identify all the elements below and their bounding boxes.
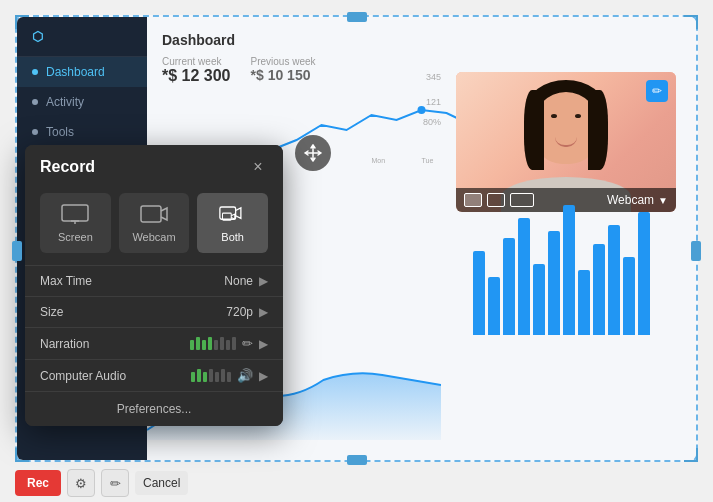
size-row: Size 720p ▶: [25, 296, 283, 327]
webcam-dropdown-icon[interactable]: ▼: [658, 195, 668, 206]
max-time-value: None: [224, 274, 253, 288]
settings-button[interactable]: ⚙: [67, 469, 95, 497]
rec-button[interactable]: Rec: [15, 470, 61, 496]
svg-rect-7: [141, 206, 161, 222]
vol-seg-4: [208, 337, 212, 350]
bar-5: [533, 264, 545, 336]
narration-label: Narration: [40, 337, 190, 351]
record-types: Screen Webcam: [25, 185, 283, 265]
vol-seg-8: [232, 337, 236, 350]
chart-label-121: 121: [426, 97, 441, 107]
vol-seg-1: [190, 340, 194, 350]
bar-6: [548, 231, 560, 335]
narration-arrow[interactable]: ▶: [259, 337, 268, 351]
audio-vol-4: [209, 369, 213, 382]
sidebar-logo: ⬡: [17, 17, 147, 57]
move-icon: [303, 143, 323, 163]
current-week-label: Current week: [162, 56, 231, 67]
side-handle-bottom[interactable]: [347, 455, 367, 465]
corner-handle-bl[interactable]: [15, 448, 29, 462]
svg-text:Mon: Mon: [372, 157, 386, 164]
bar-10: [608, 225, 620, 336]
size-value: 720p: [226, 305, 253, 319]
previous-week-label: Previous week: [251, 56, 316, 67]
record-type-webcam[interactable]: Webcam: [119, 193, 190, 253]
modal-title: Record: [40, 158, 95, 176]
max-time-arrow[interactable]: ▶: [259, 274, 268, 288]
corner-handle-tr[interactable]: [684, 15, 698, 29]
gear-icon: ⚙: [75, 476, 87, 491]
bar-1: [473, 251, 485, 336]
side-handle-top[interactable]: [347, 12, 367, 22]
sidebar-item-tools[interactable]: Tools: [17, 117, 147, 147]
record-type-both[interactable]: Both: [197, 193, 268, 253]
main-container: ⬡ Dashboard Activity Tools Analytics Hel…: [0, 0, 713, 502]
vol-seg-6: [220, 337, 224, 350]
max-time-label: Max Time: [40, 274, 224, 288]
bar-8: [578, 270, 590, 335]
max-time-row: Max Time None ▶: [25, 265, 283, 296]
webcam-type-label: Webcam: [132, 231, 175, 243]
audio-vol-5: [215, 372, 219, 382]
bar-9: [593, 244, 605, 335]
current-week-value: *$ 12 300: [162, 67, 231, 85]
computer-audio-speaker-icon: 🔊: [237, 368, 253, 383]
previous-week-value: *$ 10 150: [251, 67, 316, 83]
record-modal: Record × Screen: [25, 145, 283, 426]
record-type-screen[interactable]: Screen: [40, 193, 111, 253]
audio-vol-2: [197, 369, 201, 382]
both-icon: [219, 203, 247, 225]
webcam-icon: [140, 203, 168, 225]
corner-handle-br[interactable]: [684, 448, 698, 462]
audio-vol-3: [203, 372, 207, 382]
screen-type-label: Screen: [58, 231, 93, 243]
vol-seg-7: [226, 340, 230, 350]
svg-point-0: [418, 106, 426, 114]
move-handle[interactable]: [295, 135, 331, 171]
size-label: Size: [40, 305, 226, 319]
edit-button[interactable]: ✏: [101, 469, 129, 497]
vol-seg-3: [202, 340, 206, 350]
cancel-button[interactable]: Cancel: [135, 471, 188, 495]
modal-close-button[interactable]: ×: [248, 157, 268, 177]
computer-audio-arrow[interactable]: ▶: [259, 369, 268, 383]
pencil-icon: ✏: [652, 84, 662, 98]
sidebar-item-activity[interactable]: Activity: [17, 87, 147, 117]
sidebar-item-dashboard[interactable]: Dashboard: [17, 57, 147, 87]
vol-seg-5: [214, 340, 218, 350]
bar-12: [638, 212, 650, 336]
narration-row: Narration ✏ ▶: [25, 327, 283, 359]
side-handle-left[interactable]: [12, 241, 22, 261]
audio-vol-1: [191, 372, 195, 382]
narration-pencil-icon[interactable]: ✏: [242, 336, 253, 351]
vol-seg-2: [196, 337, 200, 350]
bar-11: [623, 257, 635, 335]
bar-3: [503, 238, 515, 336]
preferences-button[interactable]: Preferences...: [25, 391, 283, 426]
modal-header: Record ×: [25, 145, 283, 185]
both-type-label: Both: [221, 231, 244, 243]
pencil-toolbar-icon: ✏: [110, 476, 121, 491]
narration-volume-bar: [190, 337, 236, 350]
size-arrow[interactable]: ▶: [259, 305, 268, 319]
preferences-label: Preferences...: [117, 402, 192, 416]
svg-text:Tue: Tue: [422, 157, 434, 164]
webcam-preview: ✏ Webcam ▼: [456, 72, 676, 212]
audio-vol-7: [227, 372, 231, 382]
bar-7: [563, 205, 575, 335]
computer-audio-label: Computer Audio: [40, 369, 191, 383]
dashboard-title: Dashboard: [162, 32, 681, 48]
stat-previous-week: Previous week *$ 10 150: [251, 56, 316, 85]
stat-current-week: Current week *$ 12 300: [162, 56, 231, 85]
chart-label-80: 80%: [423, 117, 441, 127]
side-handle-right[interactable]: [691, 241, 701, 261]
svg-rect-4: [62, 205, 88, 221]
bar-4: [518, 218, 530, 335]
bar-chart-container: [473, 205, 683, 335]
bar-chart: [456, 320, 676, 440]
computer-audio-volume-bar: [191, 369, 231, 382]
bottom-toolbar: Rec ⚙ ✏ Cancel: [15, 464, 188, 502]
bar-2: [488, 277, 500, 336]
corner-handle-tl[interactable]: [15, 15, 29, 29]
webcam-edit-button[interactable]: ✏: [646, 80, 668, 102]
